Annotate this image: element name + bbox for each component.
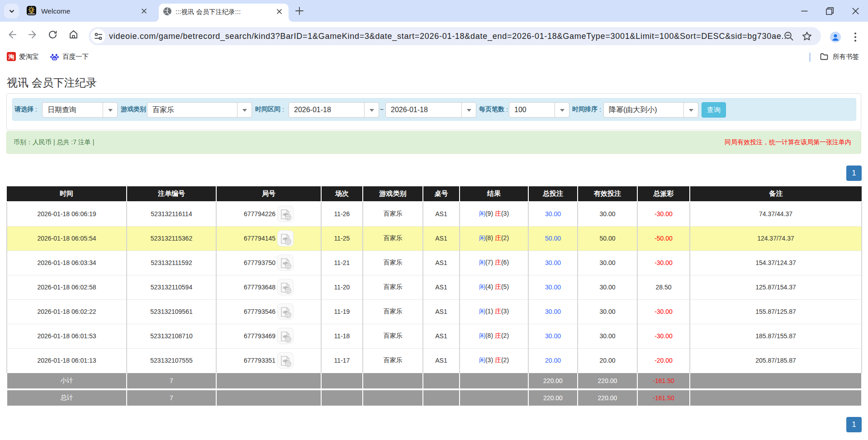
svg-text:du: du (53, 57, 57, 60)
svg-text:淘: 淘 (8, 53, 14, 60)
